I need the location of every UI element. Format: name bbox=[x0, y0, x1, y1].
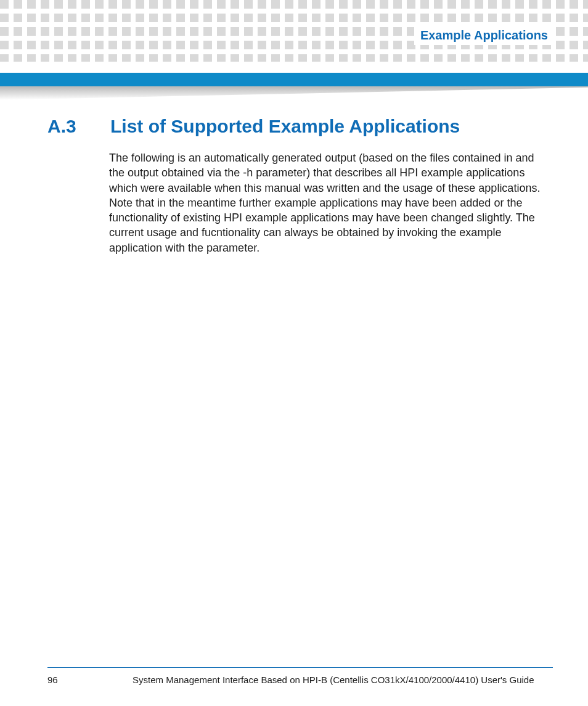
page-number: 96 bbox=[47, 675, 109, 685]
header-blue-bar bbox=[0, 73, 588, 86]
section-title: List of Supported Example Applications bbox=[110, 116, 460, 137]
section-number: A.3 bbox=[47, 116, 86, 137]
section-body: The following is an automatically genera… bbox=[109, 150, 552, 255]
footer-doc-title: System Management Interface Based on HPI… bbox=[109, 675, 553, 685]
running-header-title: Example Applications bbox=[420, 28, 548, 42]
section: A.3 List of Supported Example Applicatio… bbox=[47, 116, 553, 255]
footer: 96 System Management Interface Based on … bbox=[47, 675, 553, 685]
section-heading: A.3 List of Supported Example Applicatio… bbox=[47, 116, 553, 137]
header-gray-wedge bbox=[0, 86, 588, 100]
running-header-box: Example Applications bbox=[414, 26, 554, 45]
footer-rule bbox=[47, 667, 553, 668]
